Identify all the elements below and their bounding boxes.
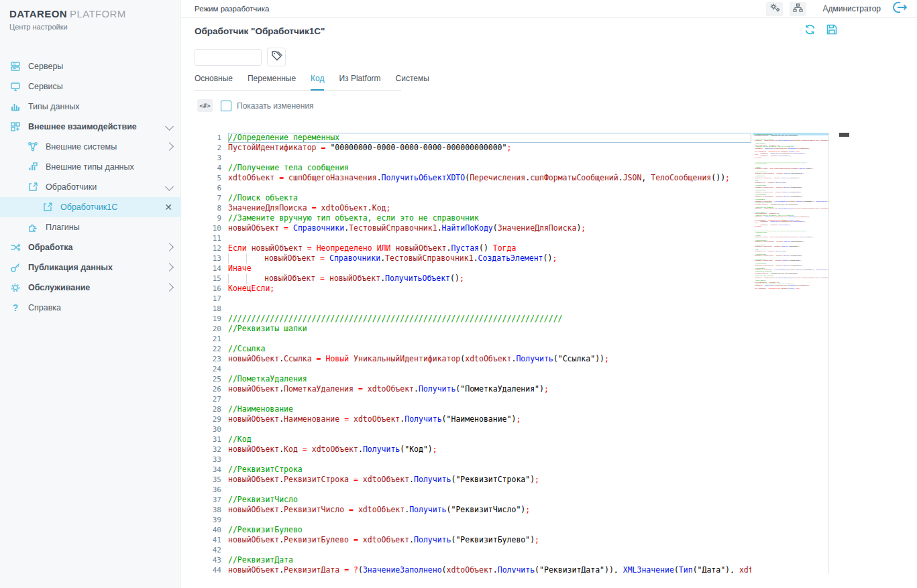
tab-0[interactable]: Основные xyxy=(195,70,233,91)
code-line[interactable]: новыйОбъект = новыйОбъект.ПолучитьОбъект… xyxy=(228,274,751,284)
sidebar-item-2[interactable]: Типы данных xyxy=(0,97,180,117)
code-line[interactable]: //Код xyxy=(228,434,751,445)
code-line[interactable]: Если новыйОбъект = Неопределено ИЛИ новы… xyxy=(228,243,751,253)
code-line[interactable] xyxy=(228,304,751,314)
code-line[interactable] xyxy=(228,334,751,344)
external-data-types-icon xyxy=(27,161,39,173)
code-line[interactable]: КонецЕсли; xyxy=(228,284,751,294)
help-icon: ? xyxy=(9,302,21,314)
scrollbar-thumb[interactable] xyxy=(839,133,849,137)
code-line[interactable]: Иначе xyxy=(228,263,751,274)
sidebar-item-10[interactable]: Публикация данных xyxy=(0,257,180,278)
code-line[interactable]: новыйОбъект.Ссылка = Новый УникальныйИде… xyxy=(228,354,751,364)
code-line[interactable]: //Получение тела сообщения xyxy=(228,163,751,173)
code-line[interactable] xyxy=(228,394,751,404)
line-numbers: 1234567891011121314151617181920212223242… xyxy=(199,133,221,573)
save-button[interactable] xyxy=(826,24,837,38)
sidebar-item-label: Обработка xyxy=(28,243,72,252)
code-line[interactable]: //ПометкаУдаления xyxy=(228,374,751,384)
sidebar-item-label: Плагины xyxy=(46,223,80,232)
settings-button[interactable] xyxy=(766,2,783,16)
sidebar-item-4[interactable]: Внешние системы xyxy=(0,137,180,157)
code-line[interactable]: новыйОбъект.РеквизитБулево = xdtoОбъект.… xyxy=(228,535,751,545)
code-line[interactable] xyxy=(228,545,751,555)
sidebar-item-9[interactable]: Обработка xyxy=(0,237,180,257)
show-changes-checkbox[interactable] xyxy=(221,101,231,111)
tag-input[interactable] xyxy=(195,49,262,66)
code-line[interactable]: новыйОбъект = Справочники.ТестовыйСправо… xyxy=(228,223,751,233)
code-line[interactable] xyxy=(228,455,751,465)
code-line[interactable]: новыйОбъект.РеквизитЧисло = xdtoОбъект.П… xyxy=(228,505,751,515)
chevron-right-icon[interactable] xyxy=(166,263,172,272)
sidebar-item-12[interactable]: ?Справка xyxy=(0,298,180,318)
code-line[interactable] xyxy=(228,424,751,434)
code-line[interactable]: ПустойИдентификатор = "00000000-0000-000… xyxy=(228,143,751,153)
chevron-right-icon[interactable] xyxy=(166,243,172,251)
sidebar-item-1[interactable]: Сервисы xyxy=(0,76,180,97)
code-line[interactable]: новыйОбъект.ПометкаУдаления = xdtoОбъект… xyxy=(228,384,751,394)
add-tag-button[interactable] xyxy=(267,48,286,66)
maintenance-icon xyxy=(9,282,21,294)
sidebar-item-8[interactable]: Плагины xyxy=(0,217,180,237)
code-line[interactable]: //Замените вручную тип объекта, если это… xyxy=(228,213,751,223)
sidebar-item-0[interactable]: Серверы xyxy=(0,56,180,76)
code-line[interactable]: //Реквизиты шапки xyxy=(228,324,751,334)
code-line[interactable]: новыйОбъект.РеквизитСтрока = xdtoОбъект.… xyxy=(228,475,751,485)
logout-button[interactable] xyxy=(892,1,908,16)
snippet-button[interactable]: <#> xyxy=(197,99,213,112)
code-line[interactable] xyxy=(228,294,751,304)
sidebar-item-label: Обработчики xyxy=(46,182,97,192)
code-line[interactable]: //РеквизитДата xyxy=(228,555,751,565)
code-line[interactable] xyxy=(228,233,751,243)
code-line[interactable] xyxy=(228,515,751,525)
sidebar-item-3[interactable]: Внешнее взаимодействие xyxy=(0,117,180,137)
sidebar-item-11[interactable]: Обслуживание xyxy=(0,278,180,298)
tab-4[interactable]: Системы xyxy=(396,70,429,91)
code-editor[interactable]: 1234567891011121314151617181920212223242… xyxy=(199,133,851,573)
tab-3[interactable]: Из Platform xyxy=(339,70,380,91)
code-line[interactable]: //Определение переменных xyxy=(228,133,751,143)
code-line[interactable] xyxy=(228,153,751,163)
code-line[interactable] xyxy=(228,485,751,495)
code-line[interactable]: новыйОбъект.РеквизитДата = ?(ЗначениеЗап… xyxy=(228,565,751,573)
minimap[interactable]: //Определение переменныхПустойИдентифика… xyxy=(753,133,829,573)
refresh-button[interactable] xyxy=(804,24,816,38)
chevron-down-icon[interactable] xyxy=(166,123,172,131)
sidebar-item-7[interactable]: Обработчик1С✕ xyxy=(0,197,180,217)
sidebar-item-6[interactable]: Обработчики xyxy=(0,177,180,197)
tab-2[interactable]: Код xyxy=(311,70,324,91)
code-line[interactable]: ЗначениеДляПоиска = xdtoОбъект.Код; xyxy=(228,203,751,213)
code-line[interactable]: //РеквизитЧисло xyxy=(228,495,751,505)
code-line[interactable]: ////////////////////////////////////////… xyxy=(228,314,751,324)
code-line[interactable] xyxy=(228,364,751,374)
publication-icon xyxy=(9,261,21,274)
code-line[interactable]: новыйОбъект = Справочники.ТестовыйСправо… xyxy=(228,253,751,263)
sidebar-item-5[interactable]: Внешние типы данных xyxy=(0,157,180,177)
app-logo: DATAREONPLATFORM Центр настройки xyxy=(0,0,180,31)
sidebar-item-label: Публикация данных xyxy=(28,263,113,272)
code-line[interactable]: новыйОбъект.Наименование = xdtoОбъект.По… xyxy=(228,414,751,424)
code-line[interactable]: //Ссылка xyxy=(228,344,751,354)
developer-mode-label: Режим разработчика xyxy=(195,5,269,13)
code-line[interactable]: //Поиск объекта xyxy=(228,193,751,203)
tag-icon xyxy=(271,50,282,64)
logo-subtitle: Центр настройки xyxy=(9,23,180,31)
show-changes-label: Показать изменения xyxy=(237,101,314,111)
handler-icon xyxy=(27,181,39,193)
chevron-down-icon[interactable] xyxy=(166,183,172,191)
code-content[interactable]: //Определение переменныхПустойИдентифика… xyxy=(228,133,751,573)
close-icon[interactable]: ✕ xyxy=(164,202,172,212)
external-systems-icon xyxy=(27,141,39,153)
chevron-right-icon[interactable] xyxy=(166,143,172,151)
code-line[interactable]: новыйОбъект.Код = xdtoОбъект.Получить("К… xyxy=(228,445,751,455)
code-line[interactable]: //РеквизитСтрока xyxy=(228,465,751,475)
tab-1[interactable]: Переменные xyxy=(248,70,296,91)
servers-icon xyxy=(9,60,21,72)
code-line[interactable]: xdtoОбъект = сшпОбщегоНазначения.Получит… xyxy=(228,173,751,183)
code-line[interactable] xyxy=(228,183,751,193)
code-line[interactable]: //РеквизитБулево xyxy=(228,525,751,535)
logo-primary: DATAREON xyxy=(9,8,67,19)
hierarchy-button[interactable] xyxy=(790,2,806,16)
code-line[interactable]: //Наименование xyxy=(228,404,751,414)
chevron-right-icon[interactable] xyxy=(166,284,172,292)
